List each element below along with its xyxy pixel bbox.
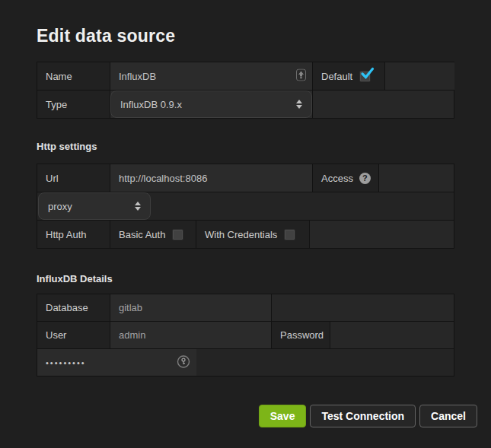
password-field-cell xyxy=(37,349,196,376)
save-button[interactable]: Save xyxy=(259,405,307,427)
type-row: Type InfluxDB 0.9.x xyxy=(37,91,454,118)
url-input[interactable] xyxy=(110,164,312,192)
page-title: Edit data source xyxy=(37,26,175,46)
spacer-cell xyxy=(379,164,454,192)
basic-auth-checkbox[interactable] xyxy=(172,229,183,240)
basic-auth-label: Basic Auth xyxy=(119,229,165,240)
caps-lock-icon xyxy=(296,69,306,84)
database-input[interactable] xyxy=(110,294,271,321)
cancel-button[interactable]: Cancel xyxy=(419,405,477,427)
select-arrows-icon xyxy=(135,202,141,211)
access-cell: Access ? xyxy=(313,164,378,192)
http-settings-heading: Http settings xyxy=(37,141,97,152)
influxdb-details-table: Database User Password xyxy=(37,294,454,377)
spacer-cell xyxy=(385,62,454,90)
influxdb-details-heading: InfluxDB Details xyxy=(37,273,113,284)
type-label: Type xyxy=(37,91,110,118)
default-cell: Default xyxy=(313,62,384,90)
user-label: User xyxy=(37,322,110,348)
database-label: Database xyxy=(37,294,110,321)
with-credentials-label: With Credentials xyxy=(205,229,277,240)
test-connection-button[interactable]: Test Connection xyxy=(310,405,416,427)
basic-settings-table: Name Default xyxy=(37,62,454,119)
access-mode-value: proxy xyxy=(48,201,72,212)
user-field-cell xyxy=(110,322,271,348)
spacer-cell xyxy=(272,294,454,321)
password-autofill-key-icon[interactable] xyxy=(177,354,190,370)
password-input[interactable] xyxy=(37,349,196,376)
spacer-cell xyxy=(310,221,454,248)
user-row: User Password xyxy=(37,322,454,348)
edit-data-source-page: Edit data source Name Default xyxy=(0,0,491,448)
default-checkbox[interactable] xyxy=(359,71,371,82)
http-auth-row: Http Auth Basic Auth With Credentials xyxy=(37,221,454,248)
type-select[interactable]: InfluxDB 0.9.x xyxy=(110,91,312,118)
password-row xyxy=(37,349,454,376)
form-actions: Save Test Connection Cancel xyxy=(259,405,477,427)
access-mode-select[interactable]: proxy xyxy=(38,192,151,220)
name-field-cell xyxy=(110,62,312,90)
database-field-cell xyxy=(110,294,271,321)
basic-auth-cell: Basic Auth xyxy=(110,221,196,248)
url-field-cell xyxy=(110,164,312,192)
http-auth-label: Http Auth xyxy=(37,221,110,248)
url-label: Url xyxy=(37,164,110,192)
type-select-value: InfluxDB 0.9.x xyxy=(120,99,182,110)
access-mode-row: proxy xyxy=(37,192,454,220)
check-icon xyxy=(360,67,375,82)
password-row-cell xyxy=(37,349,454,376)
with-credentials-checkbox[interactable] xyxy=(284,229,295,240)
access-label: Access xyxy=(321,173,353,184)
default-label: Default xyxy=(321,71,352,82)
select-arrows-icon xyxy=(296,100,302,109)
database-row: Database xyxy=(37,294,454,321)
spacer-cell xyxy=(313,91,454,118)
type-field-cell: InfluxDB 0.9.x xyxy=(110,91,312,118)
http-settings-table: Url Access ? proxy Http Auth xyxy=(37,164,454,249)
access-mode-cell: proxy xyxy=(37,192,454,220)
name-input[interactable] xyxy=(110,62,312,90)
user-input[interactable] xyxy=(110,322,271,348)
help-icon[interactable]: ? xyxy=(359,173,371,184)
with-credentials-cell: With Credentials xyxy=(196,221,309,248)
name-row: Name Default xyxy=(37,62,454,90)
url-row: Url Access ? xyxy=(37,164,454,192)
password-label: Password xyxy=(272,322,330,348)
name-label: Name xyxy=(37,62,110,90)
spacer-cell xyxy=(330,322,454,348)
